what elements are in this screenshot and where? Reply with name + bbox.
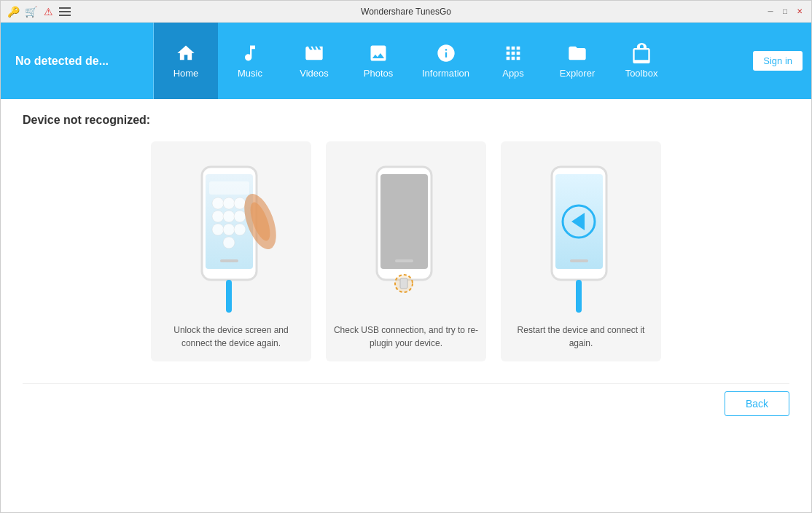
minimize-btn[interactable]: ─ — [765, 6, 776, 17]
cart-icon: 🛒 — [24, 5, 37, 18]
main-content: Device not recognized: — [1, 99, 811, 513]
tab-information-label: Information — [422, 68, 469, 79]
svg-rect-27 — [576, 280, 582, 313]
card-unlock-description: Unlock the device screen and connect the… — [158, 324, 304, 350]
svg-rect-18 — [380, 174, 428, 269]
nav-bar: No detected de... Home Music Videos — [1, 23, 811, 99]
svg-rect-14 — [226, 280, 232, 313]
svg-point-10 — [223, 224, 235, 235]
svg-point-5 — [234, 197, 246, 209]
title-bar-icons: 🔑 🛒 ⚠ — [7, 5, 71, 18]
svg-point-3 — [212, 197, 224, 209]
svg-point-11 — [234, 224, 246, 235]
back-button[interactable]: Back — [725, 391, 789, 416]
key-icon: 🔑 — [7, 5, 20, 18]
tab-toolbox[interactable]: Toolbox — [609, 23, 674, 99]
cards-row: Unlock the device screen and connect the… — [23, 141, 789, 361]
tab-photos-label: Photos — [364, 68, 393, 79]
svg-rect-19 — [395, 259, 413, 262]
svg-point-6 — [212, 211, 224, 222]
apps-icon — [503, 43, 523, 63]
music-icon — [240, 43, 260, 63]
card-restart: Restart the device and connect it again. — [501, 141, 661, 361]
alert-icon: ⚠ — [42, 5, 55, 18]
tab-information[interactable]: Information — [410, 23, 481, 99]
explorer-icon — [567, 43, 587, 63]
tab-music-label: Music — [238, 68, 262, 79]
svg-point-8 — [234, 211, 246, 222]
tab-videos[interactable]: Videos — [282, 23, 346, 99]
nav-right: Sign in — [744, 23, 811, 99]
unlock-svg — [184, 156, 278, 324]
restart-svg — [534, 156, 628, 324]
close-btn[interactable]: ✕ — [794, 6, 805, 17]
photos-icon — [368, 43, 389, 63]
card-usb: Check USB connection, and try to re-plug… — [326, 141, 486, 361]
svg-point-12 — [223, 237, 235, 248]
tab-toolbox-label: Toolbox — [625, 68, 658, 79]
window-controls: ─ □ ✕ — [765, 6, 805, 17]
device-label: No detected de... — [1, 23, 154, 99]
tab-apps-label: Apps — [502, 68, 524, 79]
usb-illustration — [359, 156, 453, 324]
card-restart-description: Restart the device and connect it again. — [508, 324, 654, 350]
svg-rect-26 — [570, 259, 588, 262]
restart-illustration — [534, 156, 628, 324]
information-icon — [436, 43, 456, 63]
unlock-illustration — [184, 156, 278, 324]
maximize-btn[interactable]: □ — [779, 6, 791, 17]
tab-home-label: Home — [173, 68, 199, 79]
menu-icon[interactable] — [59, 7, 71, 16]
card-usb-description: Check USB connection, and try to re-plug… — [333, 324, 479, 350]
svg-point-7 — [223, 211, 235, 222]
svg-rect-21 — [400, 278, 407, 289]
svg-point-9 — [212, 224, 224, 235]
section-title: Device not recognized: — [23, 114, 789, 127]
card-unlock: Unlock the device screen and connect the… — [151, 141, 311, 361]
videos-icon — [304, 43, 324, 63]
tab-videos-label: Videos — [300, 68, 329, 79]
usb-svg — [359, 156, 453, 324]
tab-photos[interactable]: Photos — [346, 23, 410, 99]
tab-home[interactable]: Home — [154, 23, 218, 99]
bottom-bar: Back — [23, 383, 789, 423]
title-bar: 🔑 🛒 ⚠ Wondershare TunesGo ─ □ ✕ — [1, 1, 811, 23]
sign-in-button[interactable]: Sign in — [753, 51, 803, 71]
nav-tabs: Home Music Videos Photos — [154, 23, 744, 99]
tab-apps[interactable]: Apps — [481, 23, 545, 99]
svg-rect-13 — [220, 259, 238, 262]
tab-explorer[interactable]: Explorer — [545, 23, 609, 99]
tab-music[interactable]: Music — [218, 23, 282, 99]
svg-rect-2 — [209, 181, 249, 195]
tab-explorer-label: Explorer — [560, 68, 595, 79]
svg-point-4 — [223, 197, 235, 209]
home-icon — [176, 43, 196, 63]
toolbox-icon — [631, 43, 652, 63]
app-title: Wondershare TunesGo — [361, 7, 451, 17]
